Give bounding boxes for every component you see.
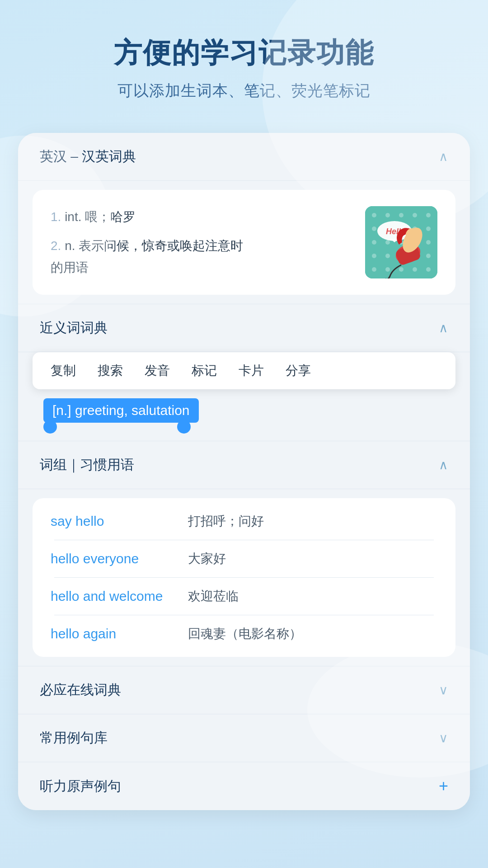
dict-illustration: Hello [365, 206, 437, 278]
svg-point-23 [399, 267, 404, 272]
bing-chevron-down-icon: ∨ [439, 683, 448, 698]
listening-plus-icon[interactable]: + [439, 777, 448, 796]
phrase-en-1: say hello [51, 514, 177, 529]
bing-section-title: 必应在线词典 [40, 681, 121, 699]
svg-point-12 [385, 240, 390, 245]
svg-point-16 [372, 254, 376, 258]
dict-def-1: 1. int. 喂；哈罗 [51, 206, 352, 228]
highlighted-synonym-text[interactable]: [n.] greeting, salutation [43, 398, 199, 423]
phrases-section-header[interactable]: 词组｜习惯用语 ∧ [18, 441, 470, 489]
context-copy[interactable]: 复制 [51, 362, 76, 379]
synonym-section-title: 近义词词典 [40, 319, 108, 337]
phrase-cn-1: 打招呼；问好 [188, 513, 264, 530]
context-share[interactable]: 分享 [286, 362, 311, 379]
svg-point-21 [372, 267, 376, 272]
examples-section-title: 常用例句库 [40, 729, 108, 747]
def-number-2: 2. [51, 239, 61, 253]
phrase-cn-3: 欢迎莅临 [188, 588, 239, 605]
svg-point-24 [413, 267, 417, 272]
svg-point-5 [426, 213, 431, 217]
svg-point-4 [413, 213, 417, 217]
context-pronounce[interactable]: 发音 [145, 362, 170, 379]
page-title: 方便的学习记录功能 [27, 36, 461, 70]
svg-point-20 [426, 254, 431, 258]
svg-point-1 [372, 213, 376, 217]
context-card[interactable]: 卡片 [239, 362, 264, 379]
context-search[interactable]: 搜索 [98, 362, 123, 379]
phrase-item-3[interactable]: hello and welcome 欢迎莅临 [33, 578, 455, 615]
dict-definitions: 1. int. 喂；哈罗 2. n. 表示问候，惊奇或唤起注意时的用语 [51, 206, 352, 278]
bing-section[interactable]: 必应在线词典 ∨ [18, 666, 470, 714]
svg-point-3 [399, 213, 404, 217]
dict-chevron-up-icon: ∧ [439, 149, 448, 164]
phrase-en-2: hello everyone [51, 551, 177, 566]
def-number-1: 1. [51, 210, 61, 224]
main-card: 英汉 – 汉英词典 ∧ 1. int. 喂；哈罗 2. n. 表示问候，惊奇或唤… [18, 133, 470, 810]
context-mark[interactable]: 标记 [192, 362, 217, 379]
svg-point-25 [426, 267, 431, 272]
examples-chevron-down-icon: ∨ [439, 731, 448, 745]
phrases-section-title: 词组｜习惯用语 [40, 456, 134, 474]
phrase-en-3: hello and welcome [51, 589, 177, 604]
phrase-item-1[interactable]: say hello 打招呼；问好 [33, 503, 455, 540]
dict-section-title: 英汉 – 汉英词典 [40, 147, 136, 166]
phrase-en-4: hello again [51, 626, 177, 642]
page-header: 方便的学习记录功能 可以添加生词本、笔记、荧光笔标记 [0, 0, 488, 119]
dict-section-header[interactable]: 英汉 – 汉英词典 ∧ [18, 133, 470, 181]
phrases-chevron-up-icon: ∧ [439, 458, 448, 472]
def-text-1: int. 喂；哈罗 [65, 210, 136, 224]
dict-entry-card: 1. int. 喂；哈罗 2. n. 表示问候，惊奇或唤起注意时的用语 [33, 190, 455, 295]
svg-point-2 [385, 213, 390, 217]
svg-point-11 [372, 240, 376, 245]
synonym-section-header[interactable]: 近义词词典 ∧ [18, 304, 470, 352]
phrase-cn-2: 大家好 [188, 550, 226, 567]
selection-handle-right [177, 420, 191, 434]
svg-point-6 [372, 226, 376, 231]
synonym-chevron-up-icon: ∧ [439, 321, 448, 335]
svg-point-15 [426, 240, 431, 245]
listening-section-title: 听力原声例句 [40, 777, 121, 796]
examples-section[interactable]: 常用例句库 ∨ [18, 714, 470, 762]
selection-handle-left [43, 420, 57, 434]
dict-def-2: 2. n. 表示问候，惊奇或唤起注意时的用语 [51, 235, 352, 278]
svg-point-22 [385, 267, 390, 272]
listening-section[interactable]: 听力原声例句 + [18, 762, 470, 810]
phrase-cn-4: 回魂妻（电影名称） [188, 625, 302, 642]
svg-point-10 [426, 226, 431, 231]
context-menu: 复制 搜索 发音 标记 卡片 分享 [33, 352, 455, 389]
phrases-list: say hello 打招呼；问好 hello everyone 大家好 hell… [33, 498, 455, 657]
phrase-item-4[interactable]: hello again 回魂妻（电影名称） [33, 615, 455, 652]
def-text-2: n. 表示问候，惊奇或唤起注意时的用语 [51, 239, 243, 274]
phrase-item-2[interactable]: hello everyone 大家好 [33, 540, 455, 577]
highlighted-row: [n.] greeting, salutation [33, 389, 455, 432]
svg-point-17 [385, 254, 390, 258]
page-subtitle: 可以添加生词本、笔记、荧光笔标记 [27, 80, 461, 101]
